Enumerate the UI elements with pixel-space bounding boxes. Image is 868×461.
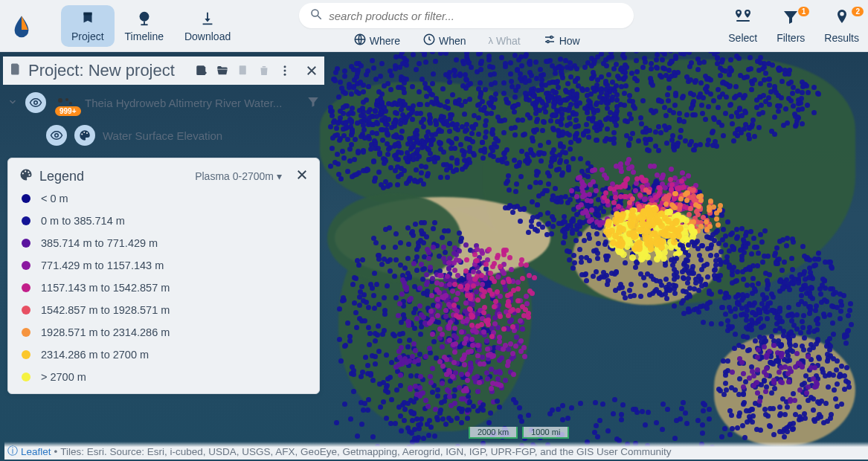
svg-rect-3	[141, 24, 147, 25]
app-logo	[9, 13, 34, 39]
legend-item-label: 771.429 m to 1157.143 m	[41, 259, 164, 271]
svg-point-19	[55, 134, 59, 138]
kebab-icon[interactable]	[278, 64, 292, 77]
sublayer-visibility-toggle[interactable]	[46, 125, 67, 146]
filters-badge: 1	[798, 7, 810, 16]
project-actions	[195, 64, 318, 77]
timeline-icon	[135, 10, 153, 28]
tool-results[interactable]: 2 Results	[824, 8, 859, 44]
legend-card: Legend Plasma 0-2700m ▾ < 0 m0 m to 385.…	[7, 158, 320, 394]
svg-point-4	[312, 10, 318, 16]
sublayer-style-toggle[interactable]	[74, 125, 95, 146]
svg-point-15	[34, 101, 38, 105]
legend-item-label: > 2700 m	[41, 371, 86, 383]
search-area: Where When λ What How	[299, 3, 634, 48]
subnav-where[interactable]: Where	[353, 33, 400, 48]
legend-swatch	[22, 239, 30, 248]
legend-item: 2314.286 m to 2700 m	[22, 349, 309, 361]
legend-swatch	[22, 261, 30, 270]
legend-close-icon[interactable]	[295, 168, 309, 184]
svg-line-5	[318, 16, 321, 19]
attribution-sep: •	[54, 446, 58, 457]
svg-point-25	[28, 172, 29, 173]
right-tools: Select 1 Filters 2 Results	[728, 8, 859, 44]
scale-km: 2000 km	[469, 427, 518, 439]
map-attribution: ⓘ Leaflet • Tiles: Esri. Source: Esri, i…	[4, 442, 868, 460]
legend-items: < 0 m0 m to 385.714 m385.714 m to 771.42…	[19, 193, 309, 383]
legend-item-label: 385.714 m to 771.429 m	[41, 237, 158, 249]
svg-point-18	[69, 102, 72, 105]
legend-item: 771.429 m to 1157.143 m	[22, 259, 309, 271]
svg-point-20	[81, 134, 83, 135]
close-panel-icon[interactable]	[305, 64, 318, 77]
results-badge: 2	[852, 7, 864, 16]
clock-icon	[422, 33, 436, 48]
nav-tab-timeline[interactable]: Timeline	[115, 5, 174, 47]
subnav-what[interactable]: λ What	[489, 33, 521, 48]
layer-name[interactable]: Theia Hydroweb Altimetry River Water...	[85, 97, 299, 109]
nav-tab-download[interactable]: Download	[174, 5, 241, 47]
open-folder-icon[interactable]	[216, 64, 229, 77]
scale-mi: 1000 mi	[522, 427, 569, 439]
funnel-icon	[782, 8, 800, 29]
search-icon	[309, 7, 323, 24]
tool-select[interactable]: Select	[728, 8, 757, 44]
nav-tab-label: Download	[184, 30, 231, 42]
trash-icon[interactable]	[257, 64, 271, 77]
subnav-when[interactable]: When	[422, 33, 466, 48]
subnav-how[interactable]: How	[543, 33, 580, 48]
svg-rect-0	[83, 12, 91, 15]
legend-item: 1928.571 m to 2314.286 m	[22, 326, 309, 338]
svg-point-14	[284, 74, 286, 76]
legend-item-label: 1157.143 m to 1542.857 m	[41, 282, 170, 294]
svg-point-13	[284, 70, 286, 72]
pins-icon	[733, 8, 753, 29]
subnav-when-label: When	[439, 35, 466, 47]
svg-point-12	[284, 65, 286, 68]
project-title: Project: New project	[9, 61, 175, 80]
palette-icon	[19, 167, 33, 185]
search-box[interactable]	[299, 3, 634, 28]
tool-results-label: Results	[824, 32, 859, 44]
legend-item: 1157.143 m to 1542.857 m	[22, 282, 309, 294]
legend-item-label: 1542.857 m to 1928.571 m	[41, 304, 170, 316]
subnav-where-label: Where	[370, 35, 400, 47]
legend-item: > 2700 m	[22, 371, 309, 383]
legend-swatch	[22, 194, 30, 203]
lambda-icon: λ	[489, 35, 494, 46]
leaflet-link[interactable]: Leaflet	[21, 446, 51, 457]
pin-check-icon	[833, 8, 851, 29]
scale-bar: 2000 km 1000 mi	[469, 427, 569, 439]
layer-visibility-toggle[interactable]	[25, 92, 46, 113]
sublayer-name[interactable]: Water Surface Elevation	[103, 129, 222, 142]
legend-item: 0 m to 385.714 m	[22, 215, 309, 227]
project-header: Project: New project	[3, 57, 324, 85]
legend-title: Legend	[39, 169, 84, 184]
svg-point-26	[29, 174, 30, 175]
legend-swatch	[22, 373, 30, 381]
save-add-icon[interactable]	[195, 64, 208, 77]
legend-item: 385.714 m to 771.429 m	[22, 237, 309, 249]
svg-point-1	[139, 11, 149, 21]
tool-filters[interactable]: 1 Filters	[777, 8, 805, 44]
layer-filter-icon[interactable]	[306, 95, 320, 111]
tool-select-label: Select	[728, 32, 757, 44]
color-scheme-select[interactable]: Plasma 0-2700m ▾	[195, 170, 282, 182]
feature-count-badge: 999+	[55, 106, 81, 116]
legend-item: 1542.857 m to 1928.571 m	[22, 304, 309, 316]
chevron-down-icon[interactable]	[7, 97, 18, 109]
project-icon	[9, 61, 22, 80]
new-doc-icon[interactable]	[237, 64, 250, 77]
legend-swatch	[22, 328, 30, 337]
svg-rect-11	[239, 65, 246, 74]
legend-swatch	[22, 306, 30, 315]
attribution-text: Tiles: Esri. Source: Esri, i-cubed, USDA…	[60, 446, 671, 457]
nav-tab-project[interactable]: Project	[61, 5, 115, 47]
topbar: ProjectTimelineDownload Where When λ Wha…	[0, 0, 868, 52]
subnav-what-label: What	[496, 35, 521, 47]
search-input[interactable]	[329, 10, 623, 22]
svg-point-8	[550, 36, 552, 39]
subnav-how-label: How	[559, 35, 580, 47]
legend-item: < 0 m	[22, 193, 309, 204]
cc-icon: ⓘ	[7, 445, 18, 458]
